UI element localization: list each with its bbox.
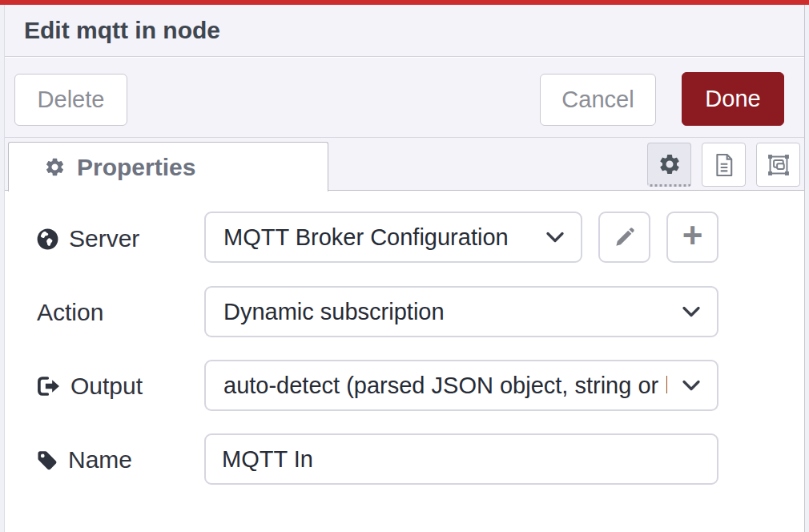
sign-out-icon <box>35 374 62 398</box>
tray-right-edge <box>804 5 809 532</box>
name-input[interactable] <box>204 433 718 485</box>
action-label-group: Action <box>37 299 103 326</box>
done-button[interactable]: Done <box>682 72 784 126</box>
action-select[interactable]: Dynamic subscription <box>204 286 718 337</box>
node-appearance-icon <box>766 152 791 178</box>
add-server-config-button[interactable]: + <box>666 212 718 263</box>
delete-button[interactable]: Delete <box>14 74 127 126</box>
server-label: Server <box>69 225 139 252</box>
chevron-down-icon <box>545 232 565 244</box>
output-select-value: auto-detect (parsed JSON object, string … <box>223 373 667 399</box>
name-label: Name <box>68 446 132 474</box>
document-icon <box>712 152 736 178</box>
server-select-value: MQTT Broker Configuration <box>223 224 531 251</box>
tag-icon <box>35 448 59 472</box>
output-select[interactable]: auto-detect (parsed JSON object, string … <box>204 360 718 411</box>
output-label: Output <box>70 373 143 400</box>
edit-node-dialog: Edit mqtt in node Delete Cancel Done Pro… <box>0 0 809 532</box>
output-label-group: Output <box>35 373 143 400</box>
appearance-view-button[interactable] <box>756 143 800 187</box>
editor-tab-bar: Properties <box>5 138 804 191</box>
dialog-toolbar: Delete Cancel Done <box>5 58 804 138</box>
gear-icon <box>44 156 66 178</box>
plus-icon: + <box>682 218 703 253</box>
action-select-value: Dynamic subscription <box>223 299 667 325</box>
description-view-button[interactable] <box>702 143 746 187</box>
cancel-button[interactable]: Cancel <box>540 74 656 126</box>
edit-server-config-button[interactable] <box>598 212 650 263</box>
tab-properties[interactable]: Properties <box>8 142 328 191</box>
tab-properties-label: Properties <box>77 154 195 181</box>
name-label-group: Name <box>35 446 132 474</box>
chevron-down-icon <box>677 380 701 392</box>
gear-icon <box>658 152 682 176</box>
action-label: Action <box>37 299 103 326</box>
server-select[interactable]: MQTT Broker Configuration <box>204 212 582 263</box>
globe-icon <box>35 227 60 252</box>
server-label-group: Server <box>35 225 139 252</box>
dialog-header: Edit mqtt in node <box>5 5 804 57</box>
dialog-title: Edit mqtt in node <box>24 5 220 56</box>
pencil-icon <box>613 226 636 249</box>
chevron-down-icon <box>682 306 701 318</box>
properties-view-button[interactable] <box>647 143 691 187</box>
properties-panel: Server MQTT Broker Configuration + Actio… <box>5 191 804 532</box>
